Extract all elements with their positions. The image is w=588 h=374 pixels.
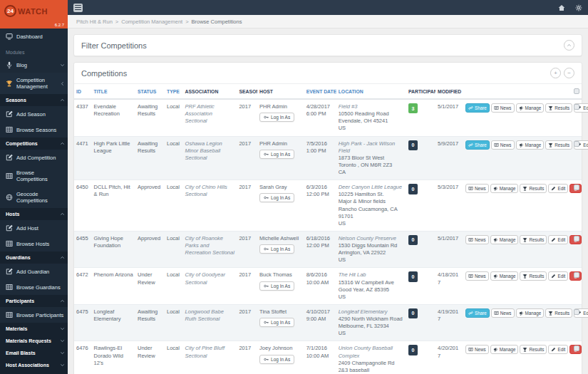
log-in-as-button[interactable]: Log In As <box>259 355 294 364</box>
edit-button[interactable]: Edit <box>548 345 568 354</box>
column-header-event-date[interactable]: EVENT DATE <box>304 84 336 100</box>
column-header-title[interactable]: TITLE <box>92 84 135 100</box>
results-button[interactable]: Results <box>545 308 572 318</box>
sidebar-item-geocode-competitions[interactable]: Geocode Competitions <box>0 187 68 208</box>
results-button[interactable]: Results <box>520 235 547 244</box>
participants-badge: 0 <box>408 271 418 281</box>
edit-button[interactable]: Edit <box>548 271 568 281</box>
sidebar-item-blog[interactable]: Blog <box>0 57 68 73</box>
sidebar-item-browse-participants[interactable]: Browse Participants <box>0 307 68 323</box>
manage-button[interactable]: Manage <box>490 345 519 354</box>
breadcrumb-item[interactable]: Competition Management <box>121 19 182 25</box>
sidebar-item-add-season[interactable]: Add Season <box>0 106 68 122</box>
sidebar-toggle-icon[interactable] <box>73 4 83 12</box>
log-in-as-button[interactable]: Log In As <box>259 281 294 291</box>
cell-title: Evendale Recreation <box>92 99 135 136</box>
app-logo[interactable]: 24 WATCH 6.2.7 <box>0 0 68 28</box>
filter-collapse-button[interactable] <box>564 40 574 51</box>
sidebar-header-materials-requests[interactable]: Materials Requests <box>0 335 68 347</box>
row-checkbox[interactable] <box>574 141 579 147</box>
column-header-actions <box>463 84 572 100</box>
sidebar-item-add-guardian[interactable]: Add Guardian <box>0 264 68 279</box>
cell-season: 2017 <box>237 268 257 305</box>
top-navbar <box>68 0 588 15</box>
sidebar-header-seasons[interactable]: Seasons <box>0 94 68 106</box>
cell-id: 6455 <box>74 231 92 268</box>
event-time: 10:00 AM <box>306 279 334 286</box>
log-in-as-button[interactable]: Log In As <box>259 113 294 122</box>
row-checkbox[interactable] <box>574 236 579 241</box>
row-checkbox[interactable] <box>574 272 579 278</box>
sidebar-item-browse-competitions[interactable]: Browse Competitions <box>0 165 68 187</box>
newspaper-icon <box>468 186 473 191</box>
location-line: 4290 North Wickham Road <box>339 316 404 323</box>
results-button[interactable]: Results <box>545 140 572 150</box>
manage-button[interactable]: Manage <box>490 271 519 281</box>
sidebar-item-competition-management[interactable]: Competition Management <box>0 73 68 94</box>
sidebar-header-reports[interactable]: Reports <box>0 371 68 374</box>
sidebar-item-browse-guardians[interactable]: Browse Guardians <box>0 279 68 295</box>
manage-button[interactable]: Manage <box>490 235 519 244</box>
row-checkbox[interactable] <box>574 104 579 110</box>
add-competition-button[interactable]: + <box>550 68 561 78</box>
row-checkbox[interactable] <box>574 309 579 315</box>
log-in-as-button[interactable]: Log In As <box>259 244 294 254</box>
news-button[interactable]: News <box>465 271 489 281</box>
news-button[interactable]: News <box>465 235 489 244</box>
sidebar-header-email-blasts[interactable]: Email Blasts <box>0 347 68 359</box>
manage-button[interactable]: Manage <box>516 140 545 150</box>
sidebar-item-browse-hosts[interactable]: Browse Hosts <box>0 236 68 251</box>
row-checkbox[interactable] <box>574 346 579 351</box>
filter-competitions-panel: Filter Competitions <box>73 34 582 56</box>
news-button[interactable]: News <box>465 184 489 193</box>
manage-button[interactable]: Manage <box>516 308 545 318</box>
results-button[interactable]: Results <box>545 103 572 113</box>
column-header-status[interactable]: STATUS <box>135 84 165 100</box>
home-icon[interactable] <box>558 4 565 11</box>
cell-type: Local <box>165 268 183 305</box>
sidebar-item-browse-seasons[interactable]: Browse Seasons <box>0 122 68 137</box>
sidebar-header-participants[interactable]: Participants <box>0 295 68 307</box>
news-button[interactable]: News <box>491 103 515 113</box>
sidebar-header-host-associations[interactable]: Host Associations <box>0 359 68 371</box>
share-button[interactable]: Share <box>465 103 490 113</box>
sidebar-header-guardians[interactable]: Guardians <box>0 251 68 264</box>
column-header-type[interactable]: TYPE <box>165 84 183 100</box>
location-line: Evendale, OH 45241 <box>339 118 404 125</box>
results-button[interactable]: Results <box>520 184 547 193</box>
results-button[interactable]: Results <box>520 345 547 354</box>
log-in-as-button[interactable]: Log In As <box>259 193 294 202</box>
competitions-collapse-button[interactable]: − <box>564 68 574 78</box>
column-header-id[interactable]: ID <box>74 84 92 100</box>
sidebar-header-hosts[interactable]: Hosts <box>0 208 68 220</box>
news-button[interactable]: News <box>491 308 515 318</box>
edit-square-icon <box>6 154 13 161</box>
cell-event-date: 7/5/20161:00 PM <box>304 136 336 180</box>
edit-button[interactable]: Edit <box>548 184 568 193</box>
sidebar-header-label: Materials Requests <box>6 338 51 343</box>
gear-icon[interactable] <box>575 4 582 11</box>
column-header-season: SEASON <box>237 84 257 100</box>
log-in-as-button[interactable]: Log In As <box>259 150 294 159</box>
sidebar-item-dashboard[interactable]: Dashboard <box>0 28 68 44</box>
log-in-as-button[interactable]: Log In As <box>259 318 294 327</box>
sidebar-item-add-competition[interactable]: Add Competition <box>0 150 68 165</box>
sidebar-header-competitions[interactable]: Competitions <box>0 137 68 150</box>
participants-badge: 3 <box>408 103 418 113</box>
news-button[interactable]: News <box>491 140 515 150</box>
manage-button[interactable]: Manage <box>516 103 545 113</box>
breadcrumb-item[interactable]: Pitch Hit & Run <box>76 19 113 25</box>
manage-button[interactable]: Manage <box>490 184 519 193</box>
share-button[interactable]: Share <box>465 308 490 318</box>
row-checkbox[interactable] <box>574 185 579 190</box>
share-button[interactable]: Share <box>465 140 490 150</box>
select-all-checkbox[interactable] <box>574 88 579 94</box>
results-button[interactable]: Results <box>520 271 547 281</box>
edit-button[interactable]: Edit <box>548 235 568 244</box>
news-button[interactable]: News <box>465 345 489 354</box>
column-header-location[interactable]: LOCATION <box>336 84 406 100</box>
sidebar-item-add-host[interactable]: Add Host <box>0 220 68 236</box>
sidebar-item-label: Add Season <box>16 111 46 118</box>
sidebar-header-materials[interactable]: Materials <box>0 323 68 335</box>
edit-button-label: Edit <box>583 142 588 147</box>
